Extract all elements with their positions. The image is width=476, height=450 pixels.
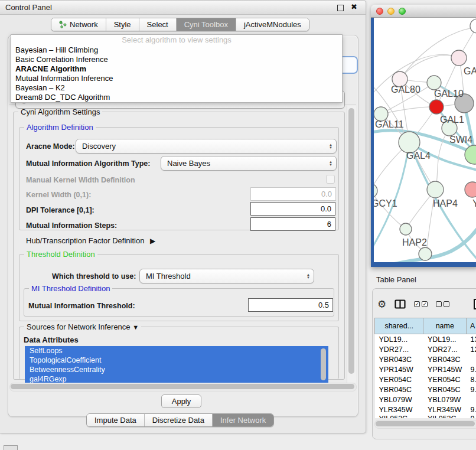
node-label: SWI4 (449, 135, 472, 145)
settings-vertical-scrollbar[interactable] (347, 106, 356, 383)
node-gal2[interactable] (451, 50, 467, 66)
table-row[interactable]: YBR043CYBR043C (375, 354, 476, 364)
zoom-traffic-light-icon[interactable] (399, 8, 406, 15)
table-row-partial[interactable]: YIL052C YIL052C 9 (375, 415, 476, 418)
manual-kernel-checkbox[interactable] (326, 175, 335, 184)
settings-horizontal-scrollbar[interactable] (9, 383, 357, 392)
dropdown-item-selected[interactable]: ARACNE Algorithm (11, 64, 342, 74)
node-green[interactable] (465, 145, 476, 164)
node-label: GAL80 (391, 84, 420, 94)
node-attribute-table: shared... name A YDL19...YDL19...13 YDR2… (374, 318, 476, 418)
bottom-left-window-fragment[interactable] (4, 445, 18, 450)
minimize-traffic-light-icon[interactable] (387, 8, 395, 15)
float-window-icon[interactable] (337, 5, 344, 11)
dropdown-item[interactable]: Basic Correlation Inference (11, 55, 342, 64)
node-hap2[interactable] (400, 223, 412, 235)
column-header-name[interactable]: name (423, 318, 467, 334)
node[interactable] (470, 19, 476, 33)
tab-discretize-data[interactable]: Discretize Data (144, 414, 212, 426)
list-scrollbar-thumb[interactable] (321, 348, 326, 380)
node-gcy1[interactable] (374, 184, 377, 198)
manual-kernel-label: Manual Kernel Width Definition (26, 176, 135, 184)
node-label: HAP2 (402, 237, 427, 247)
close-traffic-light-icon[interactable] (376, 8, 383, 15)
gear-icon[interactable]: ⚙ (377, 298, 386, 311)
node-label: GAL11 (375, 119, 404, 129)
columns-icon[interactable] (395, 299, 406, 309)
control-panel-tabs: Network Style Select Cyni Toolbox jActiv… (51, 18, 309, 31)
node-label: GAL4 (406, 151, 431, 161)
collapsed-arrow-icon[interactable]: ▶ (150, 237, 155, 245)
table-header-row: shared... name A (375, 318, 476, 334)
stepper-arrows-icon: ▲▼ (325, 144, 336, 149)
node-gal10[interactable] (427, 76, 441, 90)
network-window-titlebar[interactable] (371, 5, 476, 18)
kernel-width-field[interactable]: 0.0 (250, 187, 336, 201)
node-label: GAL (464, 66, 476, 76)
list-item[interactable]: SelfLoops (25, 346, 328, 356)
close-icon[interactable]: ✖ (351, 2, 357, 11)
tab-impute-data[interactable]: Impute Data (87, 414, 144, 426)
algorithm-dropdown-list: Select algorithm to view settings Bayesi… (11, 34, 343, 103)
table-row[interactable]: YER054CYER054C8. (375, 374, 476, 384)
column-header-shared[interactable]: shared... (375, 318, 423, 334)
data-attributes-list[interactable]: SelfLoops TopologicalCoefficient Between… (25, 346, 328, 383)
table-row[interactable]: YLR345WYLR345W9. (375, 405, 476, 415)
table-row[interactable]: YBL079WYBL079W (375, 394, 476, 405)
tab-cyni-toolbox[interactable]: Cyni Toolbox (176, 18, 236, 31)
stepper-arrows-icon: ▲▼ (325, 161, 336, 167)
mi-steps-field[interactable]: 6 (250, 217, 335, 231)
table-panel-title: Table Panel (376, 275, 416, 284)
node-label: GCY1 (374, 198, 397, 208)
screen: Control Panel ✖ Network Style Sel (0, 0, 476, 450)
mi-threshold-group-title: MI Threshold Definition (29, 284, 112, 293)
list-item[interactable]: TopologicalCoefficient (25, 356, 328, 365)
node[interactable] (419, 247, 432, 260)
tab-infer-network[interactable]: Infer Network (212, 414, 273, 426)
node-gal4[interactable] (399, 132, 420, 153)
node-salmon[interactable] (465, 182, 476, 197)
mi-type-value: Naive Bayes (161, 159, 325, 168)
list-item[interactable]: gal4RGexp (25, 374, 328, 383)
table-row[interactable]: YDL19...YDL19...13 (375, 334, 476, 345)
control-panel-titlebar[interactable]: Control Panel ✖ (0, 1, 366, 15)
which-threshold-combo[interactable]: MI Threshold ▲▼ (139, 269, 314, 283)
apply-button[interactable]: Apply (161, 394, 201, 408)
table-row[interactable]: YDR27...YDR27...12 (375, 344, 476, 354)
mi-steps-label: Mutual Information Steps: (26, 221, 117, 230)
table-row[interactable]: YPR145WYPR145W9. (375, 364, 476, 374)
node-gal1-red[interactable] (429, 100, 444, 114)
dropdown-item[interactable]: Bayesian – Hill Climbing (11, 45, 342, 55)
dropdown-item[interactable]: Dream8 DC_TDC Algorithm (11, 93, 342, 102)
network-icon (59, 21, 67, 28)
hub-section-label[interactable]: Hub/Transcription Factor Definition ▶ (26, 236, 152, 245)
tab-select[interactable]: Select (139, 18, 176, 31)
node-hap4[interactable] (427, 181, 444, 198)
export-table-icon[interactable] (473, 298, 476, 310)
dropdown-item[interactable]: Mutual Information Inference (11, 74, 342, 83)
network-canvas[interactable]: GAL GAL80 GAL10 GAL1 GAL11 SWI4 GAL4 GCY… (374, 18, 476, 262)
settings-vertical-scrollbar-thumb[interactable] (348, 108, 354, 374)
table-horizontal-scrollbar-thumb[interactable] (376, 421, 475, 426)
sources-group-title[interactable]: Sources for Network Inference ▼ (24, 322, 141, 331)
list-item[interactable]: BetweennessCentrality (25, 365, 328, 374)
hide-columns-icon[interactable] (436, 301, 449, 307)
tab-network[interactable]: Network (51, 18, 106, 31)
dpi-tolerance-field[interactable]: 0.0 (250, 202, 335, 216)
dpi-tolerance-label: DPI Tolerance [0,1]: (26, 206, 94, 214)
tab-style[interactable]: Style (106, 18, 139, 31)
expanded-arrow-icon[interactable]: ▼ (132, 324, 139, 331)
table-row[interactable]: YBR045CYBR045C9. (375, 384, 476, 394)
aracne-mode-combo[interactable]: Discovery ▲▼ (76, 139, 337, 154)
settings-horizontal-scrollbar-thumb[interactable] (11, 384, 354, 389)
show-checked-columns-icon[interactable]: ✓✓ (414, 301, 428, 307)
mi-threshold-field[interactable]: 0.5 (248, 298, 333, 312)
dropdown-item[interactable]: Bayesian – K2 (11, 83, 342, 93)
network-node-labels: GAL GAL80 GAL10 GAL1 GAL11 SWI4 GAL4 GCY… (374, 66, 476, 247)
mi-type-combo[interactable]: Naive Bayes ▲▼ (161, 156, 337, 171)
column-header-partial[interactable]: A (467, 318, 476, 334)
control-panel-title: Control Panel (5, 3, 52, 12)
tab-jactivemnodules[interactable]: jActiveMNodules (236, 18, 309, 31)
node-label: Y (472, 198, 476, 208)
table-horizontal-scrollbar[interactable] (374, 420, 476, 429)
